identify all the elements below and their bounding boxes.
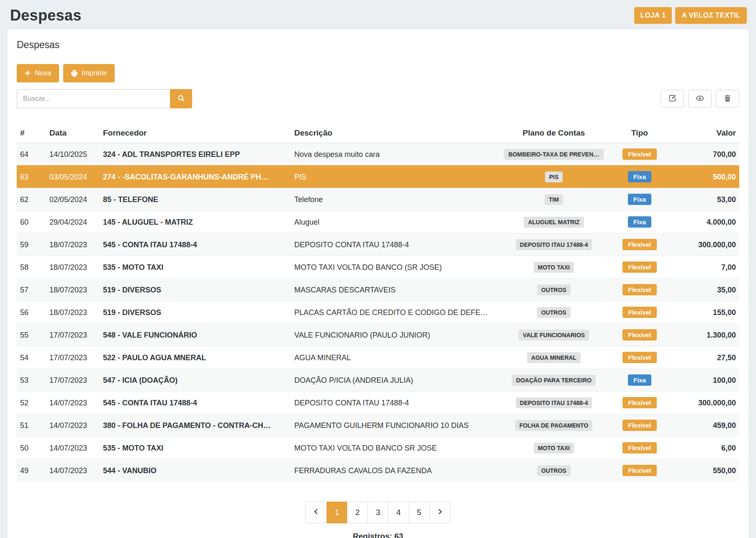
- cell-fornecedor: 380 - FOLHA DE PAGAMENTO - CONTRA-CH…: [100, 414, 291, 437]
- cell-plano: DOAÇÃO PARA TERCEIRO: [494, 369, 614, 392]
- table-row[interactable]: 5114/07/2023380 - FOLHA DE PAGAMENTO - C…: [17, 414, 739, 437]
- table-row[interactable]: 5517/07/2023548 - VALE FUNCIONÁRIOVALE F…: [17, 324, 739, 346]
- cell-id: 55: [17, 324, 46, 346]
- plano-badge: OUTROS: [537, 465, 571, 476]
- cell-id: 57: [17, 279, 46, 301]
- cell-descricao: DEPOSITO CONTA ITAU 17488-4: [291, 392, 494, 414]
- cell-tipo: Flexível: [614, 459, 666, 482]
- cell-tipo: Flexível: [614, 324, 666, 346]
- cell-descricao: PLACAS CARTÃO DE CREDITO E CODIGO DE DEF…: [291, 301, 494, 324]
- table-row[interactable]: 5014/07/2023535 - MOTO TAXIMOTO TAXI VOL…: [17, 437, 739, 459]
- cell-valor: 1.300,00: [666, 324, 739, 346]
- column-header-descricao: Descrição: [291, 123, 494, 143]
- table-row[interactable]: 5818/07/2023535 - MOTO TAXIMOTO TAXI VOL…: [17, 256, 739, 279]
- eye-icon: [696, 94, 704, 104]
- cell-valor: 550,00: [666, 459, 739, 482]
- cell-descricao: MASCARAS DESCARTAVEIS: [291, 279, 494, 301]
- cell-tipo: Flexível: [614, 414, 666, 437]
- tipo-badge: Flexível: [622, 329, 656, 341]
- table-row[interactable]: 5718/07/2023519 - DIVERSOSMASCARAS DESCA…: [17, 279, 739, 301]
- table-row[interactable]: 5214/07/2023545 - CONTA ITAU 17488-4DEPO…: [17, 392, 739, 414]
- cell-id: 64: [17, 143, 46, 166]
- cell-valor: 300.000,00: [666, 392, 739, 414]
- tipo-badge: Fixa: [628, 216, 651, 228]
- table-row[interactable]: 6202/05/202485 - TELEFONETelefoneTIMFixa…: [17, 188, 739, 211]
- cell-descricao: AGUA MINERAL: [291, 346, 494, 369]
- cell-tipo: Flexível: [614, 301, 666, 324]
- pagination-page-4[interactable]: 4: [388, 502, 409, 523]
- cell-descricao: PAGAMENTO GUILHERM FUNCIONARIO 10 DIAS: [291, 414, 494, 437]
- cell-date: 29/04/2024: [46, 211, 100, 233]
- cell-descricao: DEPOSITO CONTA ITAU 17488-4: [291, 233, 494, 256]
- print-button[interactable]: Imprimir: [63, 64, 115, 82]
- cell-valor: 155,00: [666, 301, 739, 324]
- search-group: [17, 89, 192, 108]
- table-row[interactable]: 5417/07/2023522 - PAULO AGUA MNERALAGUA …: [17, 346, 739, 369]
- cell-valor: 7,00: [666, 256, 739, 279]
- cell-valor: 300.000,00: [666, 233, 739, 256]
- table-row[interactable]: 5918/07/2023545 - CONTA ITAU 17488-4DEPO…: [17, 233, 739, 256]
- cell-fornecedor: 548 - VALE FUNCIONÁRIO: [100, 324, 291, 346]
- table-row[interactable]: 6029/04/2024145 - ALUGUEL - MATRIZAlugue…: [17, 211, 739, 233]
- store-button[interactable]: LOJA 1: [634, 7, 672, 24]
- cell-descricao: VALE FUNCIONARIO (PAULO JUNIOR): [291, 324, 494, 346]
- cell-date: 14/07/2023: [46, 437, 100, 459]
- tipo-badge: Fixa: [628, 194, 651, 205]
- cell-id: 51: [17, 414, 46, 437]
- table-row[interactable]: 6303/05/2024274 - -SACOLITAS-GARANHUNS-A…: [17, 166, 739, 188]
- cell-id: 54: [17, 346, 46, 369]
- search-icon: [177, 95, 185, 103]
- cell-fornecedor: 547 - ICIA (DOAÇÃO): [100, 369, 291, 392]
- company-button[interactable]: A VELOZ TEXTIL: [675, 7, 747, 24]
- cell-tipo: Fixa: [614, 369, 666, 392]
- cell-date: 17/07/2023: [46, 369, 100, 392]
- pagination-page-1[interactable]: 1: [327, 502, 347, 523]
- new-expense-button[interactable]: Nova: [17, 64, 59, 82]
- pagination-page-2[interactable]: 2: [347, 502, 368, 523]
- pagination-page-5[interactable]: 5: [409, 502, 429, 523]
- cell-valor: 27,50: [666, 346, 739, 369]
- pagination-prev[interactable]: [305, 502, 327, 523]
- search-button[interactable]: [170, 89, 192, 108]
- pagination-page-3[interactable]: 3: [368, 502, 388, 523]
- plano-badge: DEPOSITO ITAU 17488-4: [516, 397, 592, 408]
- plano-badge: OUTROS: [537, 284, 571, 295]
- trash-icon: [724, 95, 731, 103]
- cell-fornecedor: 535 - MOTO TAXI: [100, 256, 291, 279]
- cell-id: 63: [17, 166, 46, 188]
- plano-badge: MOTO TAXI: [534, 262, 574, 273]
- search-row: [8, 82, 748, 114]
- edit-button[interactable]: [661, 90, 684, 108]
- column-header-valor: Valor: [666, 123, 739, 143]
- table-row[interactable]: 5618/07/2023519 - DIVERSOSPLACAS CARTÃO …: [17, 301, 739, 324]
- tipo-badge: Flexível: [622, 284, 656, 295]
- plano-badge: PIS: [545, 172, 563, 182]
- page-title: Despesas: [10, 7, 82, 24]
- cell-valor: 53,00: [666, 188, 739, 211]
- cell-id: 60: [17, 211, 46, 233]
- cell-fornecedor: 522 - PAULO AGUA MNERAL: [100, 346, 291, 369]
- cell-tipo: Flexível: [614, 256, 666, 279]
- tipo-badge: Flexível: [622, 307, 656, 318]
- pagination-next[interactable]: [429, 502, 451, 523]
- cell-plano: OUTROS: [494, 459, 614, 482]
- plano-badge: DEPOSITO ITAU 17488-4: [516, 239, 592, 250]
- cell-id: 53: [17, 369, 46, 392]
- delete-button[interactable]: [716, 90, 739, 108]
- cell-valor: 100,00: [666, 369, 739, 392]
- cell-id: 58: [17, 256, 46, 279]
- table-row[interactable]: 6414/10/2025324 - ADL TRANSPORTES EIRELI…: [17, 143, 739, 166]
- view-button[interactable]: [688, 90, 712, 108]
- cell-descricao: Aluguel: [291, 211, 494, 233]
- cell-tipo: Flexível: [614, 233, 666, 256]
- table-row[interactable]: 4914/07/2023544 - VANUBIOFERRADURAS CAVA…: [17, 459, 739, 482]
- search-input[interactable]: [17, 89, 170, 108]
- cell-date: 18/07/2023: [46, 279, 100, 301]
- cell-descricao: MOTO TAXI VOLTA DO BANCO SR JOSE: [291, 437, 494, 459]
- cell-fornecedor: 545 - CONTA ITAU 17488-4: [100, 392, 291, 414]
- column-header-id: #: [17, 123, 46, 143]
- cell-id: 59: [17, 233, 46, 256]
- print-label: Imprimir: [82, 69, 107, 77]
- expenses-table: # Data Fornecedor Descrição Plano de Con…: [17, 123, 739, 482]
- table-row[interactable]: 5317/07/2023547 - ICIA (DOAÇÃO)DOAÇÃO P/…: [17, 369, 739, 392]
